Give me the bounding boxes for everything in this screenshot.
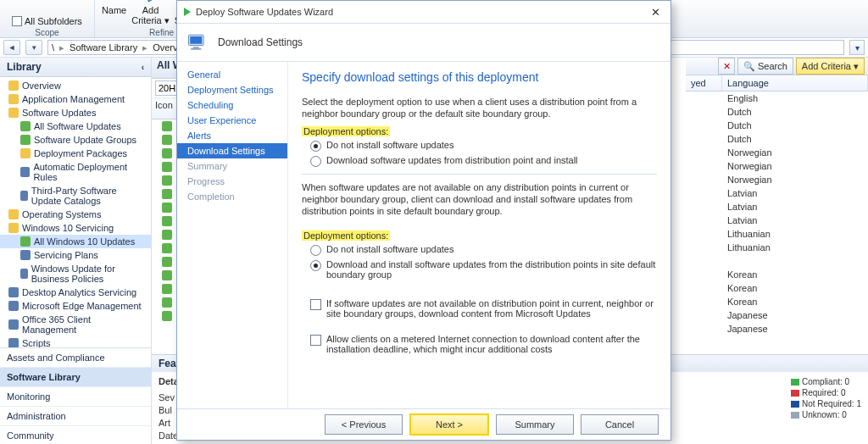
workspace-item[interactable]: Software Library — [0, 368, 151, 387]
nav-tree-item[interactable]: Overview — [0, 79, 151, 92]
nav-tree-item[interactable]: Deployment Packages — [0, 147, 151, 160]
wizard-overlay: Deploy Software Updates Wizard ✕ Downloa… — [176, 0, 670, 444]
nav-tree-item[interactable]: Office 365 Client Management — [0, 313, 151, 336]
results-right-column: ✕ 🔍 Search Add Criteria ▾ yed Language E… — [686, 58, 868, 354]
all-subfolders-toggle[interactable]: All Subfolders — [7, 13, 87, 26]
left-nav-pane: Library ‹ OverviewApplication Management… — [0, 58, 152, 444]
table-row[interactable]: Dutch — [686, 132, 868, 146]
folder-icon — [20, 121, 31, 131]
name-button[interactable]: Name — [102, 0, 126, 15]
chevron-left-icon[interactable]: ‹ — [142, 63, 144, 72]
table-row[interactable]: Korean — [686, 281, 868, 295]
workspace-item[interactable]: Administration — [0, 407, 151, 426]
table-row[interactable]: English — [686, 92, 868, 105]
table-row[interactable]: Latvian — [686, 214, 868, 227]
update-icon — [162, 175, 172, 186]
wizard-nav-item[interactable]: User Experience — [177, 113, 287, 128]
nav-tree-item[interactable]: Windows Update for Business Policies — [0, 262, 151, 286]
col-deployed[interactable]: yed — [686, 75, 722, 91]
nav-tree-item[interactable]: Application Management — [0, 92, 151, 106]
nav-back-button[interactable]: ◄ — [3, 40, 20, 55]
folder-icon — [8, 287, 19, 297]
clear-search-button[interactable]: ✕ — [718, 58, 735, 75]
table-row[interactable]: Norwegian — [686, 159, 868, 173]
opt-default-download-install[interactable]: Download and install software updates fr… — [310, 259, 657, 280]
update-icon — [162, 216, 172, 226]
chk-microsoft-updates[interactable]: If software updates are not available on… — [310, 298, 657, 319]
nav-tree-item[interactable]: Software Updates — [0, 106, 151, 119]
breadcrumb-seg-1[interactable]: Software Library — [70, 42, 137, 53]
checkbox-icon — [310, 335, 321, 346]
table-row[interactable]: Norwegian — [686, 173, 868, 186]
nav-tree[interactable]: OverviewApplication ManagementSoftware U… — [0, 77, 151, 347]
tag-icon — [106, 0, 123, 4]
nav-tree-item[interactable]: Desktop Analytics Servicing — [0, 286, 151, 299]
workspace-item[interactable]: Monitoring — [0, 387, 151, 407]
table-row[interactable]: Lithuanian — [686, 227, 868, 241]
workspace-item[interactable]: Assets and Compliance — [0, 348, 151, 368]
breadcrumb-dropdown[interactable]: ▾ — [849, 40, 865, 55]
table-row[interactable]: Latvian — [686, 200, 868, 214]
dialog-titlebar[interactable]: Deploy Software Updates Wizard ✕ — [177, 1, 670, 24]
table-row[interactable]: Korean — [686, 268, 868, 281]
nav-tree-item[interactable]: Servicing Plans — [0, 248, 151, 262]
nav-tree-item[interactable]: All Windows 10 Updates — [0, 235, 151, 248]
deployment-options-label-2: Deployment options: — [302, 230, 390, 241]
search-button[interactable]: 🔍 Search — [737, 58, 793, 75]
table-row[interactable]: Dutch — [686, 119, 868, 132]
wizard-nav-item[interactable]: Download Settings — [177, 143, 287, 158]
wizard-nav-item[interactable]: Deployment Settings — [177, 82, 287, 97]
nav-tree-item[interactable]: All Software Updates — [0, 119, 151, 133]
dialog-close-button[interactable]: ✕ — [645, 4, 665, 19]
update-icon — [162, 297, 172, 308]
table-row[interactable]: Japanese — [686, 322, 868, 336]
nav-tree-item[interactable]: Software Update Groups — [0, 133, 151, 147]
nav-tree-item[interactable]: Operating Systems — [0, 208, 151, 221]
next-button[interactable]: Next > — [409, 413, 489, 436]
table-row[interactable]: Lithuanian — [686, 241, 868, 254]
opt-neighbor-download-install[interactable]: Download software updates from distribut… — [310, 155, 657, 167]
results-rows: EnglishDutchDutchDutchNorwegianNorwegian… — [686, 92, 868, 354]
nav-tree-item[interactable]: Scripts — [0, 336, 151, 347]
nav-tree-item[interactable]: Microsoft Edge Management — [0, 299, 151, 313]
computer-icon — [186, 31, 209, 54]
ribbon-group-scope: All Subfolders Scope — [0, 0, 95, 39]
add-criteria-button[interactable]: Add Criteria ▾ — [131, 0, 170, 26]
update-icon — [162, 162, 172, 172]
svg-rect-6 — [191, 48, 201, 50]
add-criteria-button-2[interactable]: Add Criteria ▾ — [796, 58, 865, 75]
table-row[interactable]: Latvian — [686, 186, 868, 200]
nav-fwd-button[interactable]: ▾ — [25, 40, 42, 55]
table-row[interactable]: Norwegian — [686, 146, 868, 159]
radio-icon — [310, 260, 321, 271]
wizard-nav: GeneralDeployment SettingsSchedulingUser… — [177, 62, 288, 408]
checkbox-icon — [12, 16, 22, 26]
nav-tree-item[interactable]: Third-Party Software Update Catalogs — [0, 184, 151, 208]
dialog-header: Download Settings — [177, 24, 670, 62]
wizard-footer: < Previous Next > Summary Cancel — [177, 408, 670, 440]
table-row[interactable]: Dutch — [686, 105, 868, 119]
wizard-nav-item[interactable]: Alerts — [177, 128, 287, 143]
opt-default-do-not-install[interactable]: Do not install software updates — [310, 244, 657, 256]
chk-metered-connection[interactable]: Allow clients on a metered Internet conn… — [310, 334, 657, 354]
workspace-item[interactable]: Community — [0, 426, 151, 444]
update-icon — [162, 284, 172, 294]
table-row[interactable] — [686, 254, 868, 268]
opt-neighbor-do-not-install[interactable]: Do not install software updates — [310, 140, 657, 152]
folder-icon — [8, 223, 19, 233]
col-language[interactable]: Language — [722, 75, 868, 91]
cancel-button[interactable]: Cancel — [581, 414, 659, 435]
svg-rect-5 — [193, 47, 199, 48]
previous-button[interactable]: < Previous — [325, 414, 403, 435]
nav-tree-item[interactable]: Windows 10 Servicing — [0, 221, 151, 235]
nav-tree-item[interactable]: Automatic Deployment Rules — [0, 160, 151, 184]
summary-button[interactable]: Summary — [496, 414, 574, 435]
deployment-options-label-1: Deployment options: — [302, 126, 390, 136]
table-row[interactable]: Japanese — [686, 308, 868, 322]
deploy-arrow-icon — [184, 8, 191, 16]
update-icon — [162, 270, 172, 280]
workspace-switcher: Assets and ComplianceSoftware LibraryMon… — [0, 347, 151, 444]
wizard-nav-item[interactable]: General — [177, 67, 287, 82]
wizard-nav-item[interactable]: Scheduling — [177, 97, 287, 113]
table-row[interactable]: Korean — [686, 295, 868, 308]
